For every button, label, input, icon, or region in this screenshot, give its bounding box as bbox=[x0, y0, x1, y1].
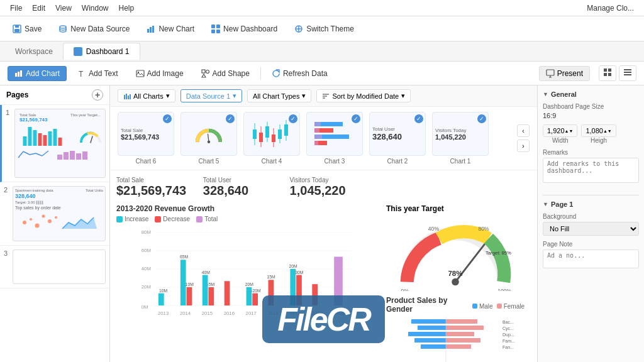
pages-panel: Pages + 1 Total Sale $21,569,743 bbox=[0, 85, 110, 362]
remarks-textarea[interactable] bbox=[543, 158, 639, 183]
save-button[interactable]: Save bbox=[5, 21, 48, 37]
new-data-source-button[interactable]: New Data Source bbox=[51, 21, 136, 37]
chart-card-4[interactable]: ✓ Cha bbox=[243, 112, 300, 165]
manage-close[interactable]: Manage Clo... bbox=[582, 3, 639, 14]
page-item-3[interactable]: 3 bbox=[0, 246, 109, 288]
svg-text:78%: 78% bbox=[448, 270, 462, 277]
checkmark-3: ✓ bbox=[352, 114, 360, 123]
tab-bar: Workspace Dashboard 1 bbox=[0, 41, 644, 62]
svg-rect-82 bbox=[314, 141, 318, 145]
main-layout: Pages + 1 Total Sale $21,569,743 bbox=[0, 85, 644, 362]
svg-text:15M: 15M bbox=[267, 275, 276, 279]
refresh-data-button[interactable]: Refresh Data bbox=[265, 66, 335, 81]
menu-help[interactable]: Help bbox=[114, 3, 140, 14]
legend-male: Male bbox=[472, 303, 493, 310]
center-area: All Charts ▾ Data Source 1 ▾ All Chart T… bbox=[110, 85, 537, 362]
svg-rect-4 bbox=[147, 29, 149, 33]
svg-rect-1 bbox=[15, 25, 19, 28]
svg-rect-147 bbox=[446, 319, 477, 324]
svg-rect-2 bbox=[14, 29, 19, 32]
svg-marker-20 bbox=[202, 74, 206, 77]
add-image-button[interactable]: Add Image bbox=[129, 66, 191, 81]
svg-point-3 bbox=[60, 26, 66, 28]
menu-view[interactable]: View bbox=[50, 3, 77, 14]
page-note-textarea[interactable] bbox=[543, 250, 639, 268]
svg-rect-33 bbox=[43, 135, 47, 146]
chart-card-5[interactable]: ✓ Chart 5 bbox=[180, 112, 237, 165]
svg-text:Fan...: Fan... bbox=[502, 345, 514, 349]
height-input[interactable]: 1,080 ▲▼ bbox=[581, 124, 616, 137]
gallery-prev-button[interactable]: ‹ bbox=[517, 124, 530, 137]
chart-label-5: Chart 5 bbox=[199, 158, 219, 165]
svg-text:65M: 65M bbox=[180, 255, 189, 259]
background-select[interactable]: No Fill bbox=[543, 222, 639, 236]
svg-rect-93 bbox=[158, 293, 164, 305]
add-page-button[interactable]: + bbox=[92, 89, 103, 101]
page-number-2: 2 bbox=[4, 186, 8, 194]
svg-text:Target: 85%: Target: 85% bbox=[486, 250, 511, 256]
svg-text:-5M: -5M bbox=[208, 282, 215, 287]
new-dashboard-button[interactable]: New Dashboard bbox=[204, 21, 284, 37]
svg-text:2013: 2013 bbox=[158, 310, 169, 316]
svg-text:Dup...: Dup... bbox=[502, 332, 514, 337]
sort-filter[interactable]: Sort by Modified Date ▾ bbox=[316, 89, 411, 102]
svg-rect-143 bbox=[418, 326, 446, 330]
svg-rect-28 bbox=[624, 74, 631, 75]
gallery-next-button[interactable]: › bbox=[517, 140, 530, 152]
checkmark-4: ✓ bbox=[289, 114, 297, 123]
svg-rect-13 bbox=[18, 72, 19, 77]
svg-rect-18 bbox=[202, 70, 205, 73]
workspace-tab[interactable]: Workspace bbox=[5, 43, 63, 60]
page-item-1[interactable]: 1 Total Sale $21,569,743 This year Targe… bbox=[0, 105, 109, 182]
add-shape-button[interactable]: Add Shape bbox=[194, 66, 257, 81]
grid-view-button[interactable] bbox=[599, 65, 616, 81]
svg-rect-108 bbox=[269, 280, 274, 305]
all-chart-types-filter[interactable]: All Chart Types ▾ bbox=[247, 89, 311, 102]
svg-rect-144 bbox=[408, 332, 446, 336]
svg-text:40%: 40% bbox=[428, 226, 440, 232]
svg-rect-151 bbox=[446, 344, 471, 349]
pages-header: Pages + bbox=[0, 85, 109, 105]
data-source-filter[interactable]: Data Source 1 ▾ bbox=[180, 89, 242, 102]
mini-gauge-svg bbox=[190, 121, 228, 146]
general-section-title: General bbox=[543, 90, 639, 98]
legend-total: Total bbox=[196, 216, 218, 222]
switch-theme-button[interactable]: Switch Theme bbox=[287, 21, 361, 37]
chart-label-1: Chart 1 bbox=[450, 158, 471, 165]
all-charts-filter[interactable]: All Charts ▾ bbox=[118, 89, 175, 102]
chart-card-3[interactable]: ✓ Chart 3 bbox=[306, 112, 363, 165]
svg-text:2020: 2020 bbox=[311, 310, 322, 316]
chart-filter-icon bbox=[123, 92, 131, 100]
grid-icon bbox=[603, 68, 612, 77]
svg-rect-12 bbox=[15, 73, 17, 77]
width-input[interactable]: 1,920 ▲▼ bbox=[543, 124, 577, 137]
chart-card-6[interactable]: ✓ Total Sale $21,569,743 Chart 6 bbox=[118, 112, 174, 165]
svg-point-19 bbox=[206, 70, 209, 73]
gauge-svg: 0% 40% 80% 100% Target: 85% 78% bbox=[392, 216, 518, 291]
page-item-2[interactable]: 2 Spartmen training data Total Units 328… bbox=[0, 182, 109, 246]
present-button[interactable]: Present bbox=[539, 66, 590, 81]
svg-point-50 bbox=[35, 224, 40, 228]
menu-window[interactable]: Window bbox=[77, 3, 114, 14]
svg-point-62 bbox=[208, 141, 210, 143]
svg-rect-25 bbox=[608, 73, 611, 76]
svg-text:40M: 40M bbox=[202, 270, 211, 275]
add-text-button[interactable]: T Add Text bbox=[70, 66, 125, 81]
svg-text:2018: 2018 bbox=[268, 310, 279, 316]
menu-edit[interactable]: Edit bbox=[27, 3, 50, 14]
svg-rect-54 bbox=[124, 95, 125, 99]
dashboard-content: Total Sale $21,569,743 Total User 328,64… bbox=[110, 170, 537, 362]
new-chart-button[interactable]: New Chart bbox=[139, 21, 201, 37]
list-view-button[interactable] bbox=[619, 65, 636, 81]
chart-card-1[interactable]: ✓ Visitors Today 1,045,220 Chart 1 bbox=[432, 112, 489, 165]
add-chart-button[interactable]: Add Chart bbox=[8, 66, 67, 81]
right-panel: General Dashboard Page Size 16:9 1,920 ▲… bbox=[537, 85, 644, 362]
sort-icon bbox=[322, 92, 330, 100]
dashboard1-tab[interactable]: Dashboard 1 bbox=[63, 43, 140, 60]
menu-file[interactable]: File bbox=[5, 3, 27, 14]
chart-card-2[interactable]: ✓ Total User 328,640 Chart 2 bbox=[369, 112, 426, 165]
svg-rect-32 bbox=[38, 133, 42, 146]
list-icon bbox=[623, 68, 632, 77]
svg-text:10M: 10M bbox=[186, 282, 194, 287]
kpi-total-sale: Total Sale $21,569,743 bbox=[116, 177, 194, 198]
